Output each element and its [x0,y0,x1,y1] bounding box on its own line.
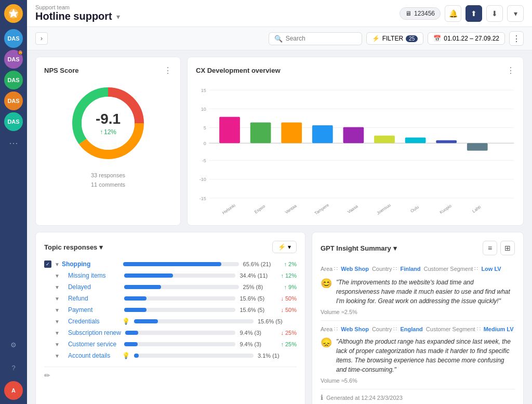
account-details-expand-icon[interactable]: ▼ [55,353,60,359]
sidebar-avatar-4[interactable]: DAS [4,92,23,110]
payment-label[interactable]: Payment [68,306,120,314]
svg-text:5: 5 [204,125,206,131]
search-input[interactable] [286,35,356,42]
user-avatar[interactable]: A [4,381,23,400]
refund-bar [124,296,147,301]
nps-comments: 11 comments [44,180,172,190]
topic-item-shopping: ✓ ▼ Shopping 65.6% (21) ↑ 2% [44,258,297,270]
svg-text:Vaasa: Vaasa [347,204,359,214]
bottom-cards-row: Topic responses ▾ ⚡ ▾ ✓ ▼ [35,232,524,404]
topic-item-credentials: ▼ Credentials 💡 15.6% (5) [44,316,297,327]
gpt-volume-2: Volume ≈5.6% [321,377,515,384]
credentials-label[interactable]: Credentials [68,318,120,325]
topic-item-payment: ▼ Payment 15.6% (5) ↓ 50% [44,304,297,316]
svg-text:Tampere: Tampere [314,202,330,216]
gpt-controls: ≡ ⊞ [483,241,515,255]
missing-items-label[interactable]: Missing items [68,272,120,279]
subscription-trend: ↓ 25% [281,330,297,336]
segment-label-1: Customer Segment ∷ [424,266,478,272]
shopping-label[interactable]: Shopping [62,260,119,268]
svg-rect-27 [436,140,457,143]
shopping-bar [123,262,221,266]
country-value-1: Finland [400,266,420,272]
toolbar-more-button[interactable]: ⋮ [509,31,524,46]
svg-rect-24 [343,127,364,144]
topic-item-missing-items: ▼ Missing items 34.4% (11) ↑ 12% [44,270,297,281]
sidebar-avatar-1[interactable]: DAS [4,29,23,48]
nps-menu-button[interactable]: ⋮ [164,66,172,75]
shopping-expand-icon[interactable]: ▼ [55,262,60,267]
missing-items-trend: ↑ 12% [281,272,297,279]
page-title: Hotline support [35,10,112,22]
trend-up-icon: ↑ [100,128,103,136]
nps-donut-chart: -9.1 ↑ 12% [66,82,150,165]
gpt-footer: ℹ Generated at 12:24 23/3/2023 [321,389,515,401]
account-details-label[interactable]: Account details [68,352,120,359]
gpt-insight-2: Area ∷ Web Shop Country ∷ England Custom… [321,321,515,389]
subscription-label[interactable]: Subscription renew [68,329,121,336]
credentials-expand-icon[interactable]: ▼ [55,319,60,324]
segment-value-1: Low LV [481,266,501,272]
sidebar-avatar-2[interactable]: DAS 🔒 [4,50,23,69]
svg-text:Espoo: Espoo [254,204,266,215]
shopping-checkbox[interactable]: ✓ [44,260,51,268]
share-button[interactable]: ⬆ [466,5,482,22]
sentiment-positive-icon-1: 😊 [321,278,332,289]
delayed-expand-icon[interactable]: ▼ [55,284,60,290]
sidebar-more-icon[interactable]: ⋯ [9,137,18,149]
notifications-button[interactable]: 🔔 [445,5,461,22]
sidebar-avatar-3[interactable]: DAS [4,71,23,89]
customer-service-label[interactable]: Customer service [68,341,120,348]
search-box[interactable]: 🔍 [269,32,362,45]
delayed-bar [124,285,161,289]
sentiment-negative-icon-2: 😞 [321,337,332,348]
cx-card-header: CX Development overview ⋮ [196,66,515,75]
subscription-bar-wrap [125,331,235,335]
payment-expand-icon[interactable]: ▼ [55,307,60,313]
country-label-2: Country ∷ [372,326,397,333]
gpt-list-view-button[interactable]: ≡ [483,241,497,255]
delayed-label[interactable]: Delayed [68,283,120,291]
delayed-pct: 25% (8) [243,284,282,290]
missing-items-expand-icon[interactable]: ▼ [55,273,60,279]
payment-trend: ↓ 50% [281,307,297,313]
collapse-sidebar-button[interactable]: › [35,32,48,45]
account-details-pct: 3.1% (1) [258,353,297,359]
svg-text:-5: -5 [202,158,206,163]
title-chevron-icon[interactable]: ▾ [116,12,120,21]
filter-button[interactable]: ⚡ FILTER 25 [366,32,424,45]
gpt-title-button[interactable]: GPT Insight Summary ▾ [321,244,397,252]
refund-label[interactable]: Refund [68,295,120,302]
date-range-button[interactable]: 📅 01.01.22 – 27.09.22 [428,32,505,45]
filter-icon: ⚡ [372,35,380,42]
search-icon: 🔍 [274,35,283,43]
header-more-button[interactable]: ▾ [507,5,524,22]
svg-text:Lahti: Lahti [472,204,482,214]
topic-header: Topic responses ▾ ⚡ ▾ [44,241,297,253]
gpt-grid-view-button[interactable]: ⊞ [500,241,515,255]
refund-pct: 15.6% (5) [240,295,278,302]
payment-pct: 15.6% (5) [240,307,278,313]
download-button[interactable]: ⬇ [486,5,503,22]
cx-menu-button[interactable]: ⋮ [507,66,515,75]
gpt-quote-1: 😊 "The improvements to the website's loa… [321,278,515,306]
topic-filter-button[interactable]: ⚡ ▾ [272,241,297,253]
svg-rect-28 [467,143,488,150]
subscription-expand-icon[interactable]: ▼ [55,330,60,336]
svg-rect-20 [219,117,240,144]
help-icon[interactable]: ? [4,358,23,377]
topic-item-customer-service: ▼ Customer service 9.4% (3) ↑ 25% [44,338,297,350]
top-cards-row: NPS Score ⋮ [35,57,524,226]
toolbar: › 🔍 ⚡ FILTER 25 📅 01.01.22 – 27.09.22 ⋮ [27,27,532,50]
svg-rect-21 [250,123,271,144]
settings-icon[interactable]: ⚙ [4,335,23,354]
sidebar-avatar-5[interactable]: DAS [4,112,23,131]
gpt-quote-text-1: "The improvements to the website's load … [336,278,515,306]
missing-items-bar-wrap [124,273,236,278]
svg-text:-15: -15 [200,196,206,201]
credentials-bulb-icon: 💡 [122,318,130,325]
edit-button[interactable]: ✏ [44,371,50,380]
topic-title-button[interactable]: Topic responses ▾ [44,243,103,251]
refund-expand-icon[interactable]: ▼ [55,296,60,302]
customer-service-expand-icon[interactable]: ▼ [55,342,60,347]
